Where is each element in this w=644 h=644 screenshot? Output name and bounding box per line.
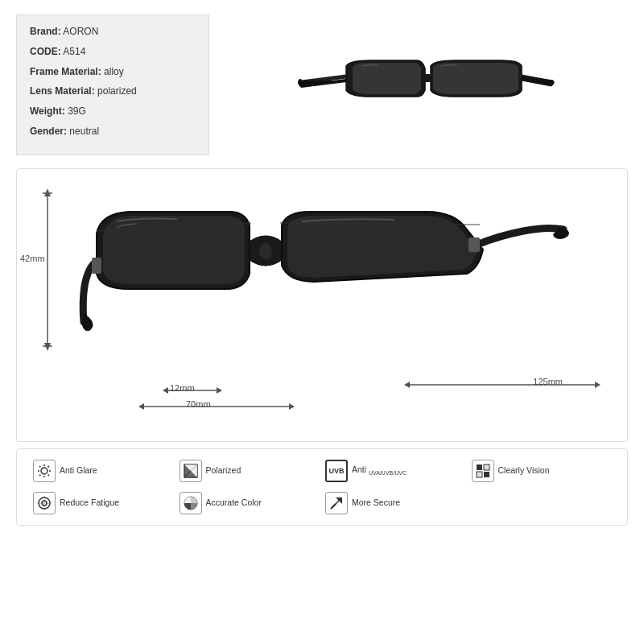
feature-anti-glare: Anti Glare: [30, 457, 176, 485]
weight-label: Weight:: [30, 105, 65, 117]
brand-row: Brand: AORON: [30, 25, 196, 39]
code-value: A514: [63, 46, 85, 57]
frame-label: Frame Material:: [30, 66, 101, 77]
code-label: CODE:: [30, 46, 61, 57]
polarized-icon: [180, 460, 202, 482]
glasses-top-view: [225, 14, 628, 155]
svg-marker-13: [138, 403, 144, 410]
svg-line-24: [48, 474, 49, 475]
svg-marker-3: [44, 343, 51, 351]
polarized-label: Polarized: [206, 465, 242, 476]
more-secure-icon: [325, 492, 348, 514]
lens-width-dimension: 70mm: [186, 399, 211, 409]
svg-marker-10: [163, 387, 168, 394]
svg-rect-8: [469, 237, 480, 252]
gender-label: Gender:: [30, 126, 67, 137]
reduce-fatigue-label: Reduce Fatigue: [60, 497, 119, 508]
svg-point-6: [259, 243, 272, 259]
feature-polarized: Polarized: [176, 457, 323, 485]
more-secure-label: More Secure: [352, 497, 400, 508]
gender-value: neutral: [69, 126, 99, 137]
weight-row: Weight: 39G: [30, 105, 196, 118]
clearly-vision-label: Clearly Vision: [498, 465, 550, 476]
svg-point-18: [41, 468, 47, 474]
weight-value: 39G: [68, 105, 86, 117]
accurate-color-label: Accurate Color: [206, 497, 262, 508]
glasses-perspective-svg: [72, 189, 572, 390]
code-row: CODE: A514: [30, 45, 196, 59]
svg-line-43: [331, 504, 336, 509]
svg-marker-14: [289, 403, 295, 410]
svg-line-26: [39, 474, 40, 475]
features-section: Anti Glare Polarized UVB Anti UVA/UVB/UV…: [16, 448, 628, 526]
svg-marker-16: [404, 382, 410, 388]
lens-row: Lens Material: polarized: [30, 85, 196, 98]
brand-label: Brand:: [30, 26, 61, 37]
svg-rect-33: [484, 464, 489, 470]
svg-line-25: [48, 466, 49, 467]
svg-rect-32: [477, 464, 482, 470]
anti-glare-icon: [33, 460, 56, 482]
feature-clearly-vision: Clearly Vision: [469, 457, 615, 485]
feature-accurate-color: Accurate Color: [176, 489, 323, 517]
temple-arrow: [402, 373, 603, 397]
height-dimension: 42mm: [20, 254, 45, 263]
svg-marker-2: [44, 188, 51, 196]
frame-value: alloy: [104, 66, 124, 77]
svg-marker-11: [217, 387, 222, 394]
temple-dimension: 125mm: [533, 377, 563, 386]
specs-box: Brand: AORON CODE: A514 Frame Material: …: [16, 14, 209, 155]
lens-value: polarized: [97, 85, 137, 97]
svg-rect-7: [92, 258, 101, 274]
dimension-diagram: 42mm: [16, 168, 628, 442]
feature-reduce-fatigue: Reduce Fatigue: [30, 489, 176, 517]
lens-width-arrow: [136, 394, 297, 419]
glasses-top-svg: [298, 32, 555, 137]
lens-label: Lens Material:: [30, 85, 95, 97]
reduce-fatigue-icon: [33, 492, 56, 514]
bridge-dimension: 12mm: [170, 383, 195, 393]
height-arrow: [31, 185, 64, 362]
feature-more-secure: More Secure: [322, 489, 469, 517]
anti-glare-label: Anti Glare: [60, 465, 97, 476]
brand-value: AORON: [63, 26, 98, 37]
clearly-vision-icon: [472, 460, 494, 482]
svg-line-23: [39, 466, 40, 467]
frame-row: Frame Material: alloy: [30, 65, 196, 79]
accurate-color-icon: [180, 492, 202, 514]
svg-rect-34: [477, 472, 482, 477]
uvb-icon: UVB: [325, 460, 348, 482]
svg-rect-0: [423, 74, 431, 82]
svg-marker-17: [595, 382, 601, 388]
feature-uvb: UVB Anti UVA/UVB/UVC: [322, 457, 469, 485]
svg-rect-35: [484, 472, 489, 477]
gender-row: Gender: neutral: [30, 125, 196, 138]
glasses-perspective-view: [41, 185, 603, 394]
uvb-label: Anti UVA/UVB/UVC: [352, 464, 407, 477]
